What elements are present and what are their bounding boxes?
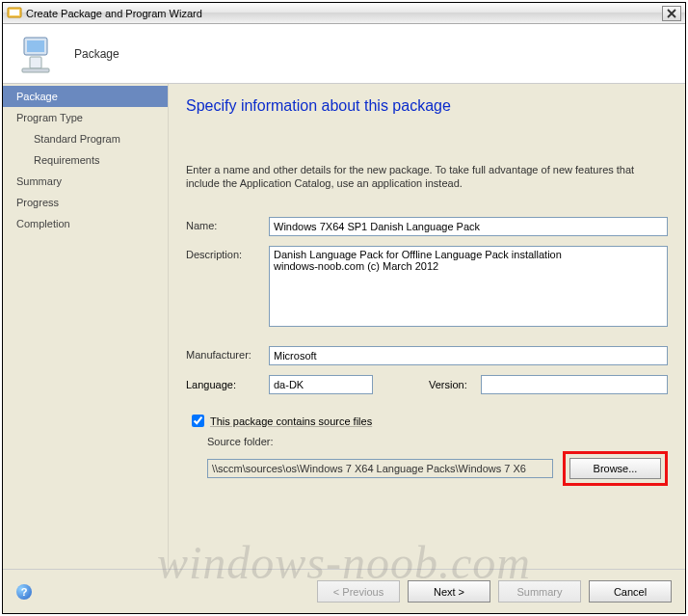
- step-program-type[interactable]: Program Type: [3, 107, 168, 128]
- page-heading: Specify information about this package: [186, 97, 668, 115]
- content-panel: Specify information about this package E…: [169, 84, 685, 569]
- description-label: Description:: [186, 246, 269, 260]
- step-package[interactable]: Package: [3, 86, 168, 107]
- browse-button[interactable]: Browse...: [569, 458, 661, 479]
- help-icon[interactable]: ?: [16, 584, 32, 600]
- close-button[interactable]: [662, 6, 681, 21]
- step-summary[interactable]: Summary: [3, 171, 168, 192]
- step-requirements[interactable]: Requirements: [3, 149, 168, 171]
- window-title: Create Package and Program Wizard: [26, 8, 662, 19]
- row-source-folder: Browse...: [186, 451, 668, 486]
- row-description: Description: Danish Language Pack for Of…: [186, 246, 668, 327]
- manufacturer-input[interactable]: [269, 346, 668, 365]
- browse-highlight: Browse...: [563, 451, 668, 486]
- row-language-version: Language: Version:: [186, 375, 668, 394]
- next-button[interactable]: Next >: [408, 580, 490, 603]
- row-manufacturer: Manufacturer:: [186, 346, 668, 365]
- language-input[interactable]: [269, 375, 373, 394]
- language-label: Language:: [186, 379, 269, 390]
- svg-rect-3: [27, 40, 44, 52]
- row-name: Name:: [186, 217, 668, 236]
- svg-rect-5: [22, 68, 49, 72]
- svg-rect-1: [10, 10, 19, 15]
- header-band: Package: [3, 24, 685, 84]
- contains-source-label: This package contains source files: [210, 415, 372, 427]
- description-textarea[interactable]: Danish Language Pack for Offline Languag…: [269, 246, 668, 327]
- contains-source-checkbox[interactable]: [192, 415, 204, 427]
- version-input[interactable]: [481, 375, 668, 394]
- manufacturer-label: Manufacturer:: [186, 346, 269, 361]
- summary-button: Summary: [498, 580, 581, 603]
- footer: ? < Previous Next > Summary Cancel: [3, 569, 685, 613]
- header-label: Package: [74, 47, 119, 61]
- name-input[interactable]: [269, 217, 668, 236]
- svg-rect-4: [30, 57, 41, 68]
- wizard-window: Create Package and Program Wizard Packag…: [2, 2, 686, 614]
- source-folder-label: Source folder:: [186, 436, 668, 447]
- previous-button: < Previous: [317, 580, 400, 603]
- step-progress[interactable]: Progress: [3, 192, 168, 213]
- intro-text: Enter a name and other details for the n…: [186, 163, 668, 190]
- step-standard-program[interactable]: Standard Program: [3, 128, 168, 149]
- wizard-steps-sidebar: Package Program Type Standard Program Re…: [3, 84, 169, 569]
- titlebar: Create Package and Program Wizard: [3, 3, 685, 24]
- app-icon: [7, 6, 22, 21]
- package-icon: [18, 34, 57, 74]
- version-label: Version:: [429, 379, 467, 390]
- body: Package Program Type Standard Program Re…: [3, 84, 685, 569]
- step-completion[interactable]: Completion: [3, 213, 168, 234]
- name-label: Name:: [186, 217, 269, 231]
- cancel-button[interactable]: Cancel: [589, 580, 672, 603]
- row-source-checkbox: This package contains source files: [186, 412, 668, 430]
- source-folder-input[interactable]: [207, 459, 553, 478]
